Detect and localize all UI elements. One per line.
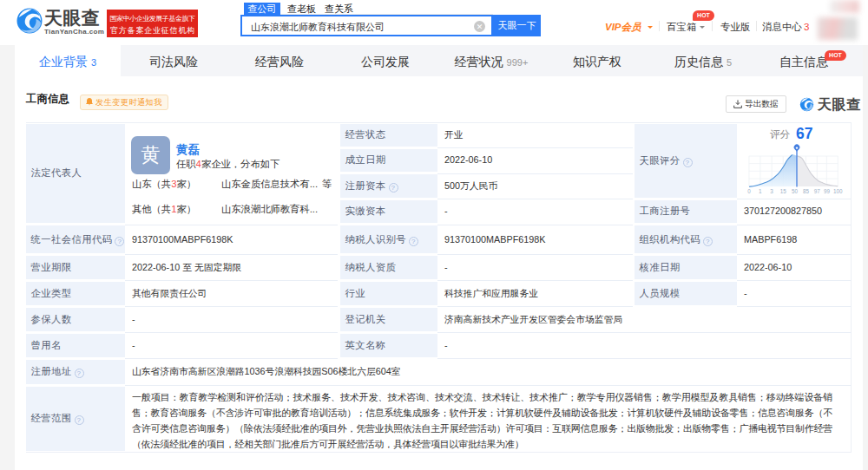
- svg-text:1: 1: [759, 188, 762, 194]
- svg-text:50: 50: [792, 188, 799, 194]
- svg-text:15: 15: [780, 188, 787, 194]
- svg-text:3: 3: [770, 188, 773, 194]
- svg-text:100: 100: [833, 188, 843, 194]
- svg-text:97: 97: [814, 188, 821, 194]
- svg-text:0: 0: [747, 188, 751, 194]
- svg-text:99: 99: [824, 188, 831, 194]
- svg-text:85: 85: [803, 188, 810, 194]
